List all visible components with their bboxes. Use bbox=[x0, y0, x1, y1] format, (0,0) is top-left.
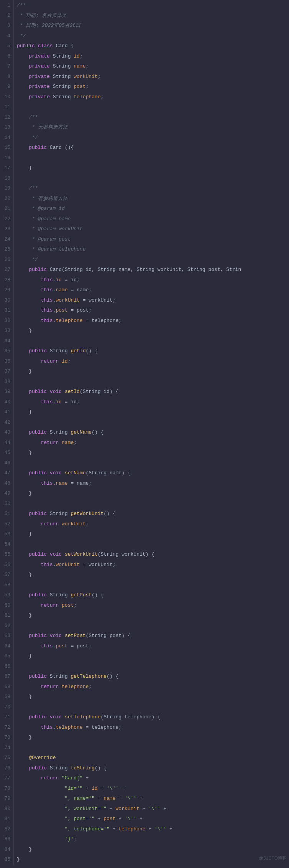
code-line[interactable]: ", name='" + name + '\'' + bbox=[17, 794, 289, 804]
code-line[interactable]: /** bbox=[17, 183, 289, 194]
code-line[interactable]: this.post = post; bbox=[17, 305, 289, 316]
code-line[interactable] bbox=[17, 540, 289, 550]
line-number: 10 bbox=[0, 92, 13, 102]
code-line[interactable]: public String toString() { bbox=[17, 763, 289, 774]
code-line[interactable]: } bbox=[17, 845, 289, 855]
code-line[interactable]: this.id = id; bbox=[17, 397, 289, 408]
code-line[interactable]: } bbox=[17, 488, 289, 499]
code-line[interactable]: private String telephone; bbox=[17, 92, 289, 102]
line-number: 43 bbox=[0, 427, 13, 438]
code-line[interactable]: this.id = id; bbox=[17, 275, 289, 285]
code-line[interactable] bbox=[17, 102, 289, 112]
line-number: 6 bbox=[0, 51, 13, 62]
code-line[interactable]: public String getWorkUnit() { bbox=[17, 509, 289, 519]
code-line[interactable] bbox=[17, 458, 289, 469]
code-line[interactable]: return "Card{" + bbox=[17, 773, 289, 784]
code-line[interactable]: this.name = name; bbox=[17, 479, 289, 489]
code-line[interactable]: * @param post bbox=[17, 234, 289, 245]
code-line[interactable]: } bbox=[17, 570, 289, 580]
code-line[interactable] bbox=[17, 417, 289, 428]
code-line[interactable]: } bbox=[17, 651, 289, 662]
code-line[interactable]: public void setTelephone(String telephon… bbox=[17, 712, 289, 723]
code-line[interactable]: '}'; bbox=[17, 834, 289, 845]
code-line[interactable]: public String getTelephone() { bbox=[17, 672, 289, 682]
code-line[interactable]: public void setPost(String post) { bbox=[17, 631, 289, 641]
code-line[interactable]: } bbox=[17, 733, 289, 743]
code-line[interactable]: private String post; bbox=[17, 82, 289, 92]
code-line[interactable]: public Card (){ bbox=[17, 143, 289, 153]
code-line[interactable]: * 无参构造方法 bbox=[17, 122, 289, 133]
code-line[interactable]: ", workUnit='" + workUnit + '\'' + bbox=[17, 804, 289, 814]
code-line[interactable]: this.post = post; bbox=[17, 641, 289, 652]
code-line[interactable]: return telephone; bbox=[17, 682, 289, 692]
code-line[interactable]: public String getName() { bbox=[17, 427, 289, 438]
code-line[interactable] bbox=[17, 173, 289, 184]
line-number: 57 bbox=[0, 570, 13, 580]
code-line[interactable]: } bbox=[17, 855, 289, 865]
line-number: 62 bbox=[0, 621, 13, 631]
line-number: 50 bbox=[0, 499, 13, 509]
code-line[interactable]: } bbox=[17, 692, 289, 702]
code-line[interactable]: return post; bbox=[17, 601, 289, 611]
line-number: 76 bbox=[0, 763, 13, 774]
code-line[interactable]: } bbox=[17, 448, 289, 458]
line-number: 51 bbox=[0, 509, 13, 519]
code-line[interactable] bbox=[17, 743, 289, 753]
code-line[interactable]: private String name; bbox=[17, 61, 289, 72]
code-line[interactable]: * @param name bbox=[17, 214, 289, 224]
code-line[interactable]: * @param id bbox=[17, 204, 289, 214]
code-line[interactable]: this.telephone = telephone; bbox=[17, 723, 289, 733]
code-line[interactable]: public void setWorkUnit(String workUnit)… bbox=[17, 550, 289, 560]
code-line[interactable]: this.workUnit = workUnit; bbox=[17, 560, 289, 570]
code-line[interactable]: */ bbox=[17, 31, 289, 41]
code-line[interactable]: this.telephone = telephone; bbox=[17, 316, 289, 326]
code-line[interactable]: return name; bbox=[17, 438, 289, 448]
code-line[interactable]: public void setName(String name) { bbox=[17, 468, 289, 479]
code-line[interactable] bbox=[17, 621, 289, 631]
code-line[interactable]: ", telephone='" + telephone + '\'' + bbox=[17, 824, 289, 835]
code-line[interactable]: } bbox=[17, 529, 289, 540]
line-number: 70 bbox=[0, 702, 13, 713]
code-line[interactable]: return id; bbox=[17, 356, 289, 367]
code-line[interactable]: public String getId() { bbox=[17, 346, 289, 356]
code-line[interactable]: */ bbox=[17, 255, 289, 265]
code-line[interactable]: * @param telephone bbox=[17, 244, 289, 255]
code-line[interactable] bbox=[17, 580, 289, 591]
code-line[interactable]: /** bbox=[17, 0, 289, 11]
code-line[interactable]: private String workUnit; bbox=[17, 72, 289, 82]
code-line[interactable]: return workUnit; bbox=[17, 519, 289, 530]
line-number: 69 bbox=[0, 692, 13, 702]
line-number: 55 bbox=[0, 550, 13, 560]
code-line[interactable]: } bbox=[17, 163, 289, 173]
code-line[interactable]: this.workUnit = workUnit; bbox=[17, 295, 289, 306]
code-content[interactable]: /** * 功能: 名片实体类 * 日期: 2022年05月26日 */publ… bbox=[14, 0, 289, 865]
code-line[interactable]: private String id; bbox=[17, 51, 289, 62]
code-line[interactable]: } bbox=[17, 366, 289, 377]
code-line[interactable]: "id='" + id + '\'' + bbox=[17, 784, 289, 794]
code-line[interactable] bbox=[17, 499, 289, 509]
code-line[interactable] bbox=[17, 702, 289, 713]
code-line[interactable]: } bbox=[17, 407, 289, 417]
code-line[interactable]: public class Card { bbox=[17, 41, 289, 51]
code-line[interactable]: * 功能: 名片实体类 bbox=[17, 11, 289, 21]
code-line[interactable]: * @param workUnit bbox=[17, 224, 289, 234]
code-line[interactable]: } bbox=[17, 326, 289, 336]
code-line[interactable]: */ bbox=[17, 133, 289, 143]
code-line[interactable]: * 有参构造方法 bbox=[17, 194, 289, 204]
code-line[interactable] bbox=[17, 662, 289, 672]
code-line[interactable] bbox=[17, 377, 289, 387]
code-editor[interactable]: 1234567891011121314151617181920212223242… bbox=[0, 0, 289, 865]
code-line[interactable]: ", post='" + post + '\'' + bbox=[17, 814, 289, 824]
code-line[interactable]: * 日期: 2022年05月26日 bbox=[17, 21, 289, 31]
code-line[interactable]: public String getPost() { bbox=[17, 590, 289, 601]
code-line[interactable]: public Card(String id, String name, Stri… bbox=[17, 265, 289, 275]
code-line[interactable]: this.name = name; bbox=[17, 285, 289, 295]
code-line[interactable] bbox=[17, 153, 289, 163]
code-line[interactable] bbox=[17, 336, 289, 347]
line-number: 3 bbox=[0, 21, 13, 31]
line-number: 77 bbox=[0, 773, 13, 784]
code-line[interactable]: } bbox=[17, 611, 289, 621]
code-line[interactable]: public void setId(String id) { bbox=[17, 387, 289, 397]
code-line[interactable]: @Override bbox=[17, 753, 289, 763]
code-line[interactable]: /** bbox=[17, 112, 289, 123]
